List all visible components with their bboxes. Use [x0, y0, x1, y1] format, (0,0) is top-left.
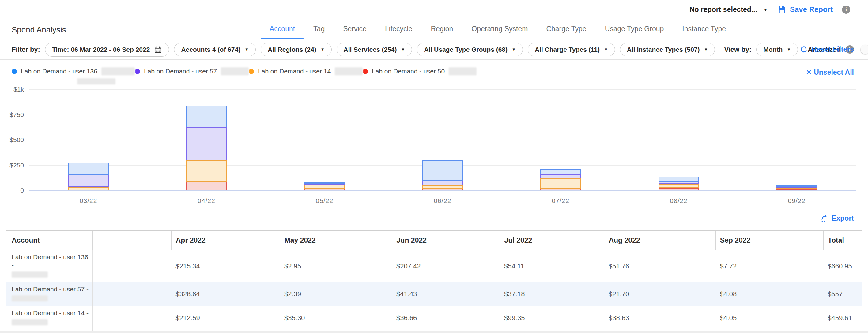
legend-item-lab-on-demand-user-136[interactable]: Lab on Demand - user 136: [12, 67, 135, 75]
stacked-bar-09-22[interactable]: [776, 186, 817, 190]
unselect-all-button[interactable]: × Unselect All: [806, 68, 854, 76]
bar-segment-lab-on-demand-user-50[interactable]: [422, 189, 463, 190]
tab-usage-type-group[interactable]: Usage Type Group: [605, 19, 664, 39]
refresh-icon: [799, 45, 808, 54]
bar-segment-lab-on-demand-user-50[interactable]: [305, 189, 345, 190]
filter-pill-all-charge-types-11[interactable]: All Charge Types (11)▼: [528, 43, 615, 56]
tab-lifecycle[interactable]: Lifecycle: [385, 19, 412, 39]
page-bottom-strip: [0, 331, 868, 333]
legend-item-lab-on-demand-user-57[interactable]: Lab on Demand - user 57: [135, 67, 249, 75]
bar-segment-lab-on-demand-user-14[interactable]: [186, 160, 227, 182]
bar-slot-09-22: 09/22: [738, 89, 856, 190]
redacted-text: [12, 295, 48, 301]
table-row[interactable]: Lab on Demand - user 57 -$328.64$2.39$41…: [6, 282, 862, 306]
y-axis-tick: 0: [0, 187, 24, 194]
bar-slot-07-22: 07/22: [502, 89, 620, 190]
legend-item-lab-on-demand-user-50[interactable]: Lab on Demand - user 50: [363, 67, 476, 75]
legend-item-lab-on-demand-user-14[interactable]: Lab on Demand - user 14: [249, 67, 363, 75]
amortized-toggle[interactable]: [861, 45, 868, 54]
tab-service[interactable]: Service: [343, 19, 367, 39]
value-cell: $207.42: [392, 251, 500, 282]
bar-segment-lab-on-demand-user-57[interactable]: [422, 181, 463, 185]
filter-pill-all-services-254[interactable]: All Services (254)▼: [337, 43, 412, 56]
save-report-button[interactable]: Save Report: [777, 5, 833, 14]
value-cell: $459.61: [823, 306, 862, 330]
legend-dot: [12, 69, 17, 74]
tab-charge-type[interactable]: Charge Type: [546, 19, 586, 39]
export-button[interactable]: Export: [819, 214, 854, 223]
bar-segment-lab-on-demand-user-57[interactable]: [186, 127, 227, 160]
bar-segment-lab-on-demand-user-136[interactable]: [422, 160, 463, 181]
bar-segment-lab-on-demand-user-50[interactable]: [658, 188, 699, 190]
bar-segment-lab-on-demand-user-14[interactable]: [422, 185, 463, 189]
info-icon[interactable]: i: [842, 5, 850, 14]
bar-slots: 03/2204/2205/2206/2207/2208/2209/22: [29, 89, 856, 190]
column-header-account: Account: [6, 230, 93, 251]
report-selector[interactable]: No report selected... ▼: [689, 5, 768, 14]
filter-pill-all-usage-type-groups-68[interactable]: All Usage Type Groups (68)▼: [417, 43, 523, 56]
bar-segment-lab-on-demand-user-136[interactable]: [186, 106, 227, 127]
table-row[interactable]: Lab on Demand - user 136 -$215.34$2.95$2…: [6, 251, 862, 282]
filter-pill-accounts-4-of-674[interactable]: Accounts 4 (of 674)▼: [174, 43, 256, 56]
reset-filters-button[interactable]: Reset Filters: [799, 45, 854, 54]
x-axis-label: 07/22: [502, 197, 620, 204]
stacked-bar-08-22[interactable]: [658, 176, 699, 190]
bar-segment-lab-on-demand-user-57[interactable]: [658, 182, 699, 184]
stacked-bar-05-22[interactable]: [305, 182, 345, 190]
filter-pill-label: All Services (254): [344, 46, 397, 53]
time-filter-pill[interactable]: Time: 06 Mar 2022 - 06 Sep 2022: [45, 42, 169, 57]
tab-region[interactable]: Region: [431, 19, 453, 39]
filter-pill-label: All Instance Types (507): [627, 46, 700, 53]
bar-slot-05-22: 05/22: [266, 89, 383, 190]
save-icon: [777, 5, 786, 14]
stacked-bar-07-22[interactable]: [540, 169, 581, 190]
bar-segment-lab-on-demand-user-57[interactable]: [540, 174, 581, 178]
bar-segment-lab-on-demand-user-136[interactable]: [540, 169, 581, 175]
bar-segment-lab-on-demand-user-14[interactable]: [540, 178, 581, 189]
legend-dot: [363, 69, 368, 74]
chevron-down-icon: ▼: [321, 47, 325, 52]
legend-dot: [135, 69, 140, 74]
bar-segment-lab-on-demand-user-14[interactable]: [658, 184, 699, 188]
bar-segment-lab-on-demand-user-50[interactable]: [540, 189, 581, 190]
stacked-bar-06-22[interactable]: [422, 160, 463, 190]
tab-bar: AccountTagServiceLifecycleRegionOperatin…: [270, 19, 726, 39]
chart-legend: Lab on Demand - user 136Lab on Demand - …: [12, 67, 476, 75]
stacked-bar-04-22[interactable]: [186, 106, 227, 190]
table-header-row: AccountApr 2022May 2022Jun 2022Jul 2022A…: [6, 230, 862, 251]
filter-pill-all-instance-types-507[interactable]: All Instance Types (507)▼: [620, 43, 715, 56]
time-filter-value: Time: 06 Mar 2022 - 06 Sep 2022: [52, 46, 150, 53]
tab-operating-system[interactable]: Operating System: [471, 19, 528, 39]
redacted-text: [449, 67, 476, 75]
tab-instance-type[interactable]: Instance Type: [682, 19, 726, 39]
y-axis-tick: $500: [0, 136, 24, 143]
export-row: Export: [0, 213, 868, 228]
close-icon: ×: [806, 68, 811, 76]
bar-segment-lab-on-demand-user-50[interactable]: [776, 189, 817, 190]
bar-slot-04-22: 04/22: [147, 89, 265, 190]
account-cell: Lab on Demand - user 14 -: [6, 306, 93, 330]
bar-segment-lab-on-demand-user-50[interactable]: [186, 182, 227, 190]
bar-segment-lab-on-demand-user-14[interactable]: [68, 187, 109, 190]
bar-segment-lab-on-demand-user-14[interactable]: [305, 185, 345, 189]
spend-table-wrap: AccountApr 2022May 2022Jun 2022Jul 2022A…: [6, 230, 862, 333]
value-cell: $4.05: [715, 306, 823, 330]
table-row[interactable]: Lab on Demand - user 14 -$212.59$35.30$3…: [6, 306, 862, 330]
view-by-pill[interactable]: Month ▼: [756, 43, 798, 56]
filter-pill-label: All Regions (24): [268, 46, 316, 53]
bar-segment-lab-on-demand-user-136[interactable]: [68, 163, 109, 175]
stacked-bar-03-22[interactable]: [68, 163, 109, 190]
legend-label: Lab on Demand - user 57: [144, 68, 217, 75]
chevron-down-icon: ▼: [401, 47, 405, 52]
tab-account[interactable]: Account: [270, 19, 295, 39]
value-cell: $21.70: [604, 282, 715, 306]
bar-segment-lab-on-demand-user-136[interactable]: [658, 176, 699, 182]
column-header-sep-2022: Sep 2022: [715, 230, 823, 251]
filter-pill-all-regions-24[interactable]: All Regions (24)▼: [261, 43, 332, 56]
column-header-jul-2022: Jul 2022: [500, 230, 604, 251]
spend-chart: $1k$750$500$250003/2204/2205/2206/2207/2…: [0, 86, 868, 209]
bar-segment-lab-on-demand-user-57[interactable]: [68, 175, 109, 187]
x-axis-label: 03/22: [29, 197, 147, 204]
tab-tag[interactable]: Tag: [313, 19, 325, 39]
value-cell: $36.66: [392, 306, 500, 330]
